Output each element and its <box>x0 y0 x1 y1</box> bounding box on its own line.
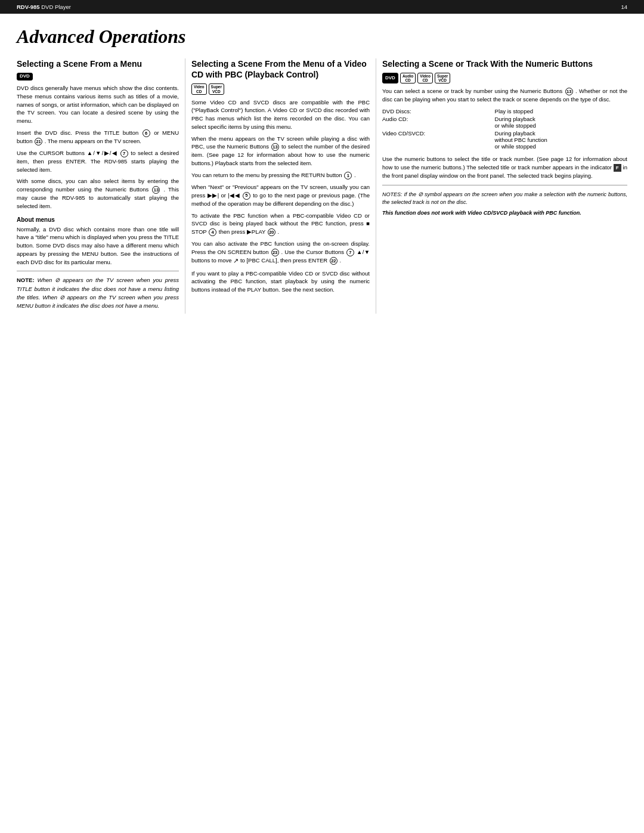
video-cd-badge: Video CD <box>191 83 207 94</box>
pbc-arrow-icon: ↗ <box>233 257 239 264</box>
circle-num-5: 5 <box>243 192 250 200</box>
table-cell-value: During playbackor while stopped <box>495 115 627 129</box>
dvd-badge: DVD <box>17 73 33 80</box>
left-para1: DVD discs generally have menus which sho… <box>17 84 179 125</box>
circle-num-7: 7 <box>120 150 128 157</box>
circle-num-13: 13 <box>152 186 160 194</box>
no-symbol-2: ⊘ <box>60 294 64 301</box>
right-para1: You can select a scene or track by numbe… <box>382 87 627 104</box>
col-right: Selecting a Scene or Track With the Nume… <box>376 58 632 314</box>
right-audio-cd-badge: Audio CD <box>400 73 416 83</box>
model-suffix: DVD Player <box>40 4 71 10</box>
mid-para4: When "Next" or "Previous" appears on the… <box>191 183 370 208</box>
col-left: Selecting a Scene From a Menu DVD DVD di… <box>12 58 185 314</box>
right-note2: This function does not work with Video C… <box>382 209 627 217</box>
circle-num-4: 4 <box>209 228 216 236</box>
circle-num-21: 21 <box>35 138 42 145</box>
note-label: NOTE: <box>17 277 35 283</box>
mid-para2: When the menu appears on the TV screen w… <box>191 135 370 168</box>
mid-disc-badges: Video CD Super VCD <box>191 83 370 94</box>
model-name: RDV-985 <box>17 4 40 10</box>
header-model: RDV-985 DVD Player <box>17 4 71 10</box>
table-cell-value: During playbackwithout PBC functionor wh… <box>495 129 627 150</box>
left-section-heading: Selecting a Scene From a Menu <box>17 58 179 69</box>
circle-num-7b: 7 <box>346 249 354 256</box>
left-para4: With some discs, you can also select ite… <box>17 177 179 210</box>
indicator-f-badge: F <box>614 164 621 172</box>
table-row: Audio CD: During playbackor while stoppe… <box>382 115 627 129</box>
page-wrapper: RDV-985 DVD Player 14 Advanced Operation… <box>0 0 644 833</box>
left-note: NOTE: When ⊘ appears on the TV screen wh… <box>17 276 179 310</box>
left-para3: Use the CURSOR buttons ▲/▼/▶/◀ 7 to sele… <box>17 149 179 174</box>
about-menus-para: Normally, a DVD disc which contains more… <box>17 225 179 267</box>
right-note1: NOTES: If the ⊘ symbol appears on the sc… <box>382 190 627 206</box>
circle-num-13c: 13 <box>565 88 573 95</box>
table-cell-label: Video CD/SVCD: <box>382 129 495 150</box>
right-video-cd-badge: Video CD <box>417 73 433 83</box>
right-divider <box>382 185 627 185</box>
left-para2: Insert the DVD disc. Press the TITLE but… <box>17 129 179 145</box>
right-section-heading: Selecting a Scene or Track With the Nume… <box>382 58 627 69</box>
table-row: DVD Discs: Play is stopped <box>382 107 627 115</box>
right-no-symbol: ⊘ <box>418 191 423 197</box>
header-bar: RDV-985 DVD Player 14 <box>0 0 644 14</box>
mid-para5: To activate the PBC function when a PBC-… <box>191 212 370 237</box>
circle-num-1: 1 <box>344 172 352 179</box>
circle-num-6: 6 <box>143 129 150 137</box>
table-cell-label: DVD Discs: <box>382 107 495 115</box>
right-para2: Use the numeric buttons to select the ti… <box>382 155 627 180</box>
mid-para3: You can return to the menu by pressing t… <box>191 171 370 179</box>
right-super-vcd-badge: Super VCD <box>435 73 450 83</box>
circle-num-20: 20 <box>268 228 275 236</box>
columns-layout: Selecting a Scene From a Menu DVD DVD di… <box>0 58 644 314</box>
super-vcd-badge: Super VCD <box>209 83 224 94</box>
right-disc-badges: DVD Audio CD Video CD Super VCD <box>382 73 627 83</box>
left-divider <box>17 271 179 271</box>
mid-para1: Some Video CD and SVCD discs are compati… <box>191 98 370 131</box>
col-mid: Selecting a Scene From the Menu of a Vid… <box>185 58 376 314</box>
circle-num-23: 23 <box>271 249 279 256</box>
disc-table: DVD Discs: Play is stopped Audio CD: Dur… <box>382 107 627 150</box>
circle-num-13b: 13 <box>271 143 279 151</box>
table-cell-label: Audio CD: <box>382 115 495 129</box>
table-row: Video CD/SVCD: During playbackwithout PB… <box>382 129 627 150</box>
no-symbol-1: ⊘ <box>55 277 60 283</box>
circle-num-22: 22 <box>330 257 338 265</box>
mid-section-heading: Selecting a Scene From the Menu of a Vid… <box>191 58 370 80</box>
left-disc-badges: DVD <box>17 73 179 80</box>
mid-para6: You can also activate the PBC function u… <box>191 240 370 266</box>
table-cell-value: Play is stopped <box>495 107 627 115</box>
about-menus-heading: About menus <box>17 216 179 223</box>
header-page-number: 14 <box>621 4 627 10</box>
mid-para7: If you want to play a PBC-compatible Vid… <box>191 270 370 294</box>
page-title: Advanced Operations <box>17 26 627 48</box>
right-dvd-badge: DVD <box>382 73 398 83</box>
